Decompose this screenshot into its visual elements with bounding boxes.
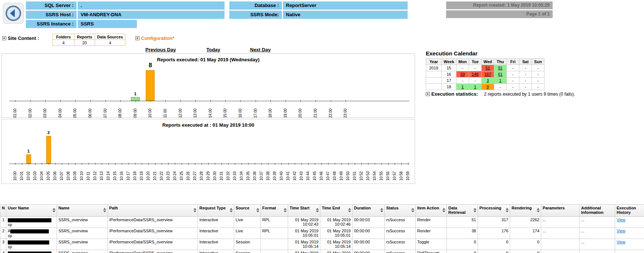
cal-day-cell-w18-thu: - — [494, 84, 507, 90]
col-header-additional_information: Additional Information — [580, 205, 615, 217]
previous-day-link[interactable]: Previous Day — [145, 47, 176, 52]
cal-day-cell-w16-thu[interactable]: 61 — [494, 71, 507, 78]
sort-arrows-icon — [380, 208, 383, 212]
cell-additional_information: ... — [580, 239, 615, 250]
configuration-link[interactable]: Configuration* — [141, 35, 174, 41]
x-tick — [82, 163, 82, 165]
x-tick-label: 17:00 — [253, 102, 258, 118]
cal-day-cell-w16-mon[interactable]: 59 — [456, 71, 469, 78]
cal-day-cell-w16-tue[interactable]: 148 — [469, 71, 482, 78]
cell-duration: 00:00:00 — [353, 250, 385, 253]
back-button[interactable] — [3, 3, 24, 24]
x-tick-label: 10:00 — [148, 102, 152, 118]
cell-status: rsSuccess — [385, 250, 416, 253]
col-header-duration[interactable]: Duration — [353, 205, 385, 217]
x-tick-label: 09:00 — [133, 102, 138, 118]
col-header-request_type[interactable]: Request Type — [198, 205, 234, 217]
cell-source: Session — [234, 250, 261, 253]
site-content-expand-icon[interactable] — [2, 36, 6, 40]
col-header-source[interactable]: Source — [234, 205, 261, 217]
cal-day-cell-w15-thu[interactable]: 91 — [494, 65, 507, 71]
x-tick-label: 10:02 — [26, 165, 31, 181]
configuration-expand-icon[interactable] — [135, 36, 139, 40]
cal-day-cell-w16-wed[interactable]: 167 — [482, 71, 494, 78]
cal-header-tue: Tue — [469, 59, 482, 65]
x-tick-label: 10:47 — [326, 165, 330, 181]
col-header-name[interactable]: Name — [57, 205, 108, 217]
cell-format: RPL — [261, 217, 288, 228]
sort-arrows-icon — [348, 208, 351, 212]
col-header-time_start[interactable]: Time Start — [288, 205, 320, 217]
ssrs-host-label: SSRS Host : — [26, 11, 77, 19]
col-header-data_retrieval[interactable]: Data Retrieval — [447, 205, 478, 217]
col-header-item_action[interactable]: Item Action — [416, 205, 447, 217]
cal-day-cell-w17-wed[interactable]: 3 — [482, 78, 494, 84]
page-indicator: Page 1 of 1 — [446, 10, 553, 18]
x-tick — [408, 163, 408, 165]
x-tick — [120, 100, 121, 102]
col-header-rendering[interactable]: Rendering — [510, 205, 541, 217]
cell-item_action: Render — [416, 217, 447, 228]
cal-day-link: 91 — [498, 66, 502, 70]
col-header-path[interactable]: Path — [108, 205, 198, 217]
cal-day-cell-w18-mon[interactable]: 1 — [456, 84, 469, 90]
x-tick-label: 10:42 — [293, 165, 297, 181]
x-tick — [286, 100, 286, 102]
next-day-link[interactable]: Next Day — [250, 47, 271, 52]
col-header-n: N — [0, 205, 6, 217]
x-tick-label: 08:00 — [118, 102, 122, 118]
col-header-time_end[interactable]: Time End — [320, 205, 353, 217]
ssrs-instance-label: SSRS Instance : — [26, 20, 77, 28]
cell-user: sp — [6, 217, 57, 228]
redacted-user-name — [10, 229, 49, 233]
cell-item_action: Render — [416, 228, 447, 239]
time-line: 10:05:14 — [322, 244, 351, 249]
x-tick-label: 10:48 — [333, 165, 337, 181]
date-line: 01 May 2019 — [322, 240, 351, 244]
cell-processing: 0 — [478, 239, 510, 250]
x-tick-label: 10:20 — [146, 165, 151, 181]
col-header-processing[interactable]: Processing — [478, 205, 510, 217]
bar-10:00[interactable] — [146, 70, 155, 101]
cell-time_end: 01 May 2019 — [320, 250, 353, 253]
view-link[interactable]: View — [617, 229, 626, 233]
cell-format: RPL — [261, 228, 288, 239]
x-tick — [315, 163, 315, 165]
x-tick-label: 10:50 — [346, 165, 350, 181]
cal-day-cell-w17-thu[interactable]: 1 — [494, 78, 507, 84]
x-tick-label: 10:33 — [233, 165, 237, 181]
x-tick — [355, 163, 355, 165]
date-line: 01 May 2019 — [290, 218, 318, 222]
x-tick-label: 04:00 — [58, 102, 63, 118]
cal-week-cell: 15 — [442, 65, 456, 71]
cal-day-cell-w15-mon: - — [456, 65, 469, 71]
col-header-status[interactable]: Status — [385, 205, 416, 217]
sc-header-reports: Reports — [74, 34, 95, 40]
col-header-format[interactable]: Format — [261, 205, 288, 217]
cal-day-cell-w18-wed[interactable]: 9 — [482, 84, 494, 90]
today-link[interactable]: Today — [206, 47, 220, 52]
time-line: 10:05:01 — [322, 233, 351, 237]
col-header-user[interactable]: User Name — [6, 205, 57, 217]
x-tick-label: 10:15 — [113, 165, 117, 181]
x-tick — [345, 100, 346, 102]
x-tick — [361, 163, 362, 165]
bar-10:02[interactable] — [26, 154, 31, 164]
x-tick — [55, 163, 55, 165]
x-tick-label: 10:57 — [392, 165, 397, 181]
cal-header-year: Year — [426, 59, 442, 65]
x-tick-label: 10:06 — [53, 165, 57, 181]
x-tick — [270, 100, 271, 102]
bar-10:05[interactable] — [46, 136, 51, 164]
bar-09:00[interactable] — [131, 97, 140, 101]
cal-day-cell-w18-tue[interactable]: 1 — [469, 84, 482, 90]
cell-data_retrieval: 0 — [447, 250, 478, 253]
cell-processing: 0 — [478, 250, 510, 253]
execution-statistics-expand-icon[interactable] — [426, 92, 430, 96]
view-link[interactable]: View — [617, 218, 626, 222]
sort-arrows-icon — [537, 208, 540, 212]
cell-request_type: Interactive — [198, 217, 234, 228]
cal-day-cell-w15-wed[interactable]: 51 — [482, 65, 494, 71]
execution-statistics-label: Execution statistics: — [431, 91, 478, 97]
view-link[interactable]: View — [617, 240, 626, 244]
